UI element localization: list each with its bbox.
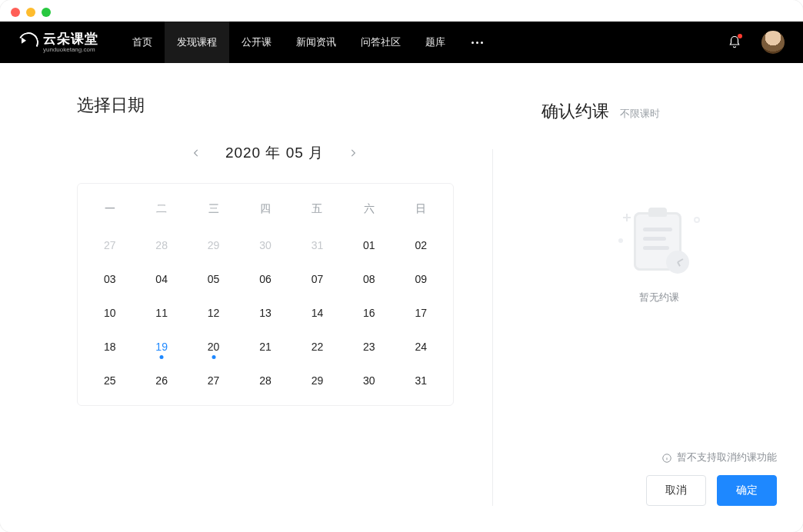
calendar-day[interactable]: 20 [188, 330, 239, 364]
calendar-day[interactable]: 05 [188, 262, 239, 296]
confirm-header: 确认约课 不限课时 [541, 100, 777, 123]
calendar-day[interactable]: 01 [343, 228, 395, 262]
chevron-left-icon [191, 148, 202, 158]
nav-item-3[interactable]: 新闻资讯 [284, 22, 348, 63]
calendar-day[interactable]: 22 [292, 330, 343, 364]
deco-circle-icon [694, 217, 700, 223]
empty-state-text: 暂无约课 [639, 291, 679, 304]
calendar-day[interactable]: 03 [84, 262, 135, 296]
calendar-day[interactable]: 10 [84, 296, 135, 330]
notification-dot-icon [738, 34, 742, 38]
calendar-day[interactable]: 29 [188, 228, 239, 262]
action-buttons: 取消 确定 [646, 475, 777, 506]
nav-more-button[interactable] [458, 22, 496, 63]
top-nav: 云朵课堂 yunduoketang.com 首页发现课程公开课新闻资讯问答社区题… [0, 22, 803, 63]
calendar-day[interactable]: 14 [292, 296, 343, 330]
chevron-right-icon [348, 148, 358, 158]
window-traffic-lights [11, 8, 51, 17]
calendar-day[interactable]: 11 [135, 296, 187, 330]
confirm-title: 确认约课 [541, 100, 609, 123]
confirm-button[interactable]: 确定 [717, 475, 777, 506]
window-zoom-button[interactable] [42, 8, 51, 17]
nav-item-0[interactable]: 首页 [120, 22, 165, 63]
calendar-day[interactable]: 02 [395, 228, 447, 262]
calendar-week-row: 03040506070809 [84, 262, 447, 296]
calendar-day[interactable]: 30 [343, 364, 395, 397]
confirm-footer: 暂不支持取消约课功能 取消 确定 [541, 451, 777, 517]
date-picker-title: 选择日期 [77, 94, 472, 117]
calendar-day[interactable]: 04 [135, 262, 187, 296]
prev-month-button[interactable] [188, 145, 204, 161]
nav-item-4[interactable]: 问答社区 [348, 22, 413, 63]
nav-item-5[interactable]: 题库 [413, 22, 458, 63]
window-minimize-button[interactable] [26, 8, 35, 17]
event-dot-icon [212, 355, 215, 359]
calendar-day[interactable]: 16 [343, 296, 395, 330]
empty-illustration [617, 208, 701, 277]
brand-cloud-icon [16, 30, 42, 55]
calendar-day[interactable]: 28 [135, 228, 187, 262]
brand-name-cn: 云朵课堂 [43, 32, 98, 45]
calendar-day[interactable]: 31 [292, 228, 343, 262]
calendar-day[interactable]: 17 [395, 296, 447, 330]
calendar-day[interactable]: 07 [292, 262, 343, 296]
nav-items: 首页发现课程公开课新闻资讯问答社区题库 [120, 22, 458, 63]
calendar-day[interactable]: 08 [343, 262, 395, 296]
hint-text: 暂不支持取消约课功能 [677, 451, 777, 464]
app-window: 云朵课堂 yunduoketang.com 首页发现课程公开课新闻资讯问答社区题… [0, 0, 803, 532]
deco-cross-icon [623, 214, 631, 221]
weekday-label: 二 [135, 195, 187, 228]
calendar-week-row: 27282930310102 [84, 228, 447, 262]
weekday-label: 五 [292, 195, 343, 228]
calendar-day[interactable]: 25 [84, 364, 135, 397]
confirm-subtitle: 不限课时 [620, 107, 660, 121]
calendar-day[interactable]: 06 [239, 262, 291, 296]
calendar-day[interactable]: 27 [188, 364, 239, 397]
calendar-day[interactable]: 12 [188, 296, 239, 330]
calendar-year-month: 2020 年 05 月 [225, 143, 324, 163]
calendar-day[interactable]: 29 [292, 364, 343, 397]
nav-item-1[interactable]: 发现课程 [165, 22, 229, 63]
brand[interactable]: 云朵课堂 yunduoketang.com [18, 32, 98, 53]
notifications-button[interactable] [728, 35, 741, 50]
calendar-day[interactable]: 18 [84, 330, 135, 364]
calendar-day[interactable]: 30 [239, 228, 291, 262]
calendar-day[interactable]: 21 [239, 330, 291, 364]
calendar-weeks: 2728293031010203040506070809101112131416… [84, 228, 447, 397]
weekday-label: 三 [188, 195, 239, 228]
calendar-day[interactable]: 31 [395, 364, 447, 397]
deco-dot-icon [618, 238, 623, 243]
weekday-label: 四 [239, 195, 291, 228]
calendar-week-row: 25262728293031 [84, 364, 447, 397]
content-body: 选择日期 2020 年 05 月 一二三四五六日 272829303101020… [0, 63, 803, 532]
vertical-divider [492, 149, 493, 506]
confirm-panel: 确认约课 不限课时 暂无约课 [526, 63, 803, 532]
calendar-day[interactable]: 09 [395, 262, 447, 296]
info-icon [661, 453, 672, 464]
next-month-button[interactable] [345, 145, 361, 161]
weekday-label: 一 [84, 195, 135, 228]
user-avatar[interactable] [761, 31, 785, 54]
empty-state: 暂无约课 [541, 208, 777, 451]
calendar-week-row: 10111213141617 [84, 296, 447, 330]
calendar: 一二三四五六日 27282930310102030405060708091011… [77, 183, 454, 406]
date-picker-panel: 选择日期 2020 年 05 月 一二三四五六日 272829303101020… [0, 63, 526, 532]
clock-icon [666, 251, 689, 274]
calendar-day[interactable]: 19 [135, 330, 187, 364]
cancel-button[interactable]: 取消 [646, 475, 706, 506]
calendar-header: 2020 年 05 月 [77, 143, 472, 163]
nav-item-2[interactable]: 公开课 [229, 22, 284, 63]
window-close-button[interactable] [11, 8, 20, 17]
calendar-day[interactable]: 23 [343, 330, 395, 364]
more-icon [470, 42, 484, 44]
calendar-day[interactable]: 13 [239, 296, 291, 330]
calendar-day[interactable]: 26 [135, 364, 187, 397]
calendar-day[interactable]: 27 [84, 228, 135, 262]
calendar-day[interactable]: 28 [239, 364, 291, 397]
event-dot-icon [160, 355, 164, 359]
weekday-label: 日 [395, 195, 447, 228]
brand-name-en: yunduoketang.com [43, 47, 98, 53]
calendar-weekday-row: 一二三四五六日 [84, 195, 447, 228]
calendar-week-row: 18192021222324 [84, 330, 447, 364]
calendar-day[interactable]: 24 [395, 330, 447, 364]
